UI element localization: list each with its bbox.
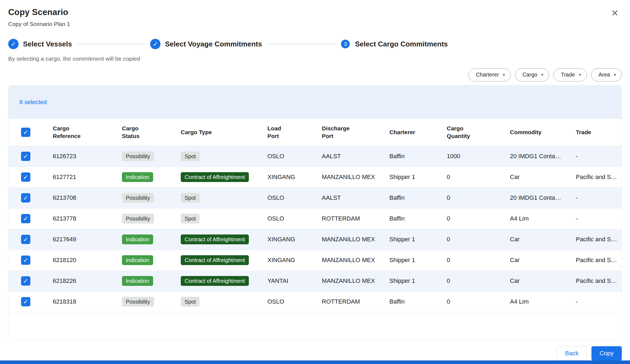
load-port-cell: OSLO — [267, 194, 322, 201]
trade-cell: - — [576, 215, 622, 222]
cargo-quantity-cell: 0 — [447, 298, 510, 305]
load-port-cell: OSLO — [267, 153, 322, 160]
cargo-quantity-cell: 0 — [447, 257, 510, 264]
filter-label: Cargo — [523, 72, 537, 78]
cargo-type-cell: Spot — [181, 297, 267, 307]
cargo-commitments-panel: 8 selected ✓Cargo ReferenceCargo StatusC… — [8, 85, 622, 341]
cargo-type-badge: Spot — [181, 214, 200, 224]
cargo-reference-cell: 6218318 — [53, 298, 122, 305]
discharge-port-cell: MANZANILLO MEX — [322, 174, 389, 181]
cargo-type-badge: Contract of Affreightment — [181, 255, 249, 265]
cargo-type-badge: Spot — [181, 297, 200, 307]
discharge-port-cell: ROTTERDAM — [322, 215, 389, 222]
step-label: Select Cargo Commitments — [355, 40, 448, 48]
cargo-status-cell: Possibility — [122, 297, 181, 307]
cargo-type-cell: Spot — [181, 193, 267, 203]
filter-area-dropdown[interactable]: Area ▾ — [591, 68, 622, 81]
page-title: Copy Scenario — [8, 7, 70, 17]
close-button[interactable]: ✕ — [609, 7, 620, 19]
cargo-type-badge: Contract of Affreightment — [181, 172, 249, 182]
cargo-status-cell: Possibility — [122, 151, 181, 161]
load-port-cell: OSLO — [267, 298, 322, 305]
cargo-status-badge: Indication — [122, 234, 153, 244]
discharge-port-cell: MANZANILLO MEX — [322, 257, 389, 264]
chevron-down-icon: ▾ — [541, 72, 543, 77]
cargo-status-badge: Indication — [122, 276, 153, 286]
row-checkbox[interactable]: ✓ — [21, 297, 30, 306]
filter-cargo-dropdown[interactable]: Cargo ▾ — [515, 68, 549, 81]
trade-cell: - — [576, 153, 622, 160]
filter-trade-dropdown[interactable]: Trade ▾ — [553, 68, 587, 81]
cargo-status-cell: Indication — [122, 234, 181, 244]
cargo-reference-cell: 6217649 — [53, 236, 122, 243]
stepper-step-2[interactable]: ✓ Select Voyage Commitments — [150, 39, 262, 49]
charterer-cell: Shipper 1 — [389, 236, 447, 243]
cargo-quantity-cell: 0 — [447, 215, 510, 222]
modal-header: Copy Scenario Copy of Scenario Plan 1 ✕ — [0, 0, 630, 27]
commodity-cell: A4 Lim — [510, 215, 576, 222]
cargo-quantity-cell: 0 — [447, 174, 510, 181]
filter-label: Area — [599, 72, 610, 78]
filter-label: Charterer — [476, 72, 499, 78]
column-header: Cargo Reference — [53, 125, 122, 140]
cargo-type-cell: Contract of Affreightment — [181, 255, 267, 265]
cargo-quantity-cell: 0 — [447, 277, 510, 284]
stepper-step-1[interactable]: ✓ Select Vessels — [8, 39, 72, 49]
commodity-cell: Car — [510, 277, 576, 284]
select-all-checkbox[interactable]: ✓ — [21, 128, 30, 137]
cargo-quantity-cell: 0 — [447, 194, 510, 201]
cargo-reference-cell: 6127721 — [53, 174, 122, 181]
cargo-type-cell: Contract of Affreightment — [181, 276, 267, 286]
row-checkbox[interactable]: ✓ — [21, 235, 30, 244]
cargo-quantity-cell: 1000 — [447, 153, 510, 160]
modal-subtitle: Copy of Scenario Plan 1 — [8, 20, 70, 27]
row-checkbox[interactable]: ✓ — [21, 193, 30, 202]
filter-bar: Charterer ▾ Cargo ▾ Trade ▾ Area ▾ — [0, 68, 630, 81]
back-button[interactable]: Back — [557, 346, 587, 360]
cargo-type-badge: Contract of Affreightment — [181, 234, 249, 244]
helper-text: By selecting a cargo, the commitment wil… — [0, 55, 630, 62]
trade-cell: Pacific and So… — [576, 174, 622, 181]
discharge-port-cell: AALST — [322, 153, 389, 160]
cargo-type-cell: Contract of Affreightment — [181, 172, 267, 182]
cargo-status-cell: Indication — [122, 276, 181, 286]
column-header: Cargo Type — [181, 128, 267, 136]
copy-button[interactable]: Copy — [591, 346, 622, 360]
commodity-cell: 20 IMDG1 Conta… — [510, 153, 576, 160]
commodity-cell: 20 IMDG1 Conta… — [510, 194, 576, 201]
column-header: Load Port — [267, 125, 322, 140]
footer-actions: Back Copy — [0, 346, 630, 360]
filter-charterer-dropdown[interactable]: Charterer ▾ — [468, 68, 511, 81]
table-row: ✓ 6213708 Possibility Spot OSLO AALST Ba… — [8, 188, 622, 209]
step-label: Select Vessels — [23, 40, 72, 48]
charterer-cell: Shipper 1 — [389, 257, 447, 264]
chevron-down-icon: ▾ — [503, 72, 505, 77]
step-label: Select Voyage Commitments — [165, 40, 262, 48]
discharge-port-cell: MANZANILLO MEX — [322, 236, 389, 243]
row-checkbox[interactable]: ✓ — [21, 276, 30, 286]
cargo-status-cell: Indication — [122, 172, 181, 182]
cargo-status-badge: Possibility — [122, 214, 154, 224]
load-port-cell: OSLO — [267, 215, 322, 222]
charterer-cell: Baffin — [389, 194, 447, 201]
commodity-cell: A4 Lim — [510, 298, 576, 305]
table-row: ✓ 6127721 Indication Contract of Affreig… — [8, 167, 622, 188]
stepper-step-3[interactable]: 3 Select Cargo Commitments — [340, 40, 448, 48]
cargo-reference-cell: 6213778 — [53, 215, 122, 222]
row-checkbox[interactable]: ✓ — [21, 172, 30, 182]
row-checkbox[interactable]: ✓ — [21, 256, 30, 265]
cargo-status-cell: Possibility — [122, 214, 181, 224]
row-checkbox[interactable]: ✓ — [21, 152, 30, 161]
stepper: ✓ Select Vessels ✓ Select Voyage Commitm… — [0, 39, 630, 49]
chevron-down-icon: ▾ — [614, 72, 616, 77]
row-checkbox[interactable]: ✓ — [21, 214, 30, 223]
column-header: Trade — [576, 128, 622, 136]
chevron-down-icon: ▾ — [579, 72, 581, 77]
trade-cell: Pacific and So… — [576, 236, 622, 243]
table-row: ✓ 6126723 Possibility Spot OSLO AALST Ba… — [8, 146, 622, 167]
cargo-status-cell: Indication — [122, 255, 181, 265]
selected-count: 8 selected — [19, 99, 47, 106]
trade-cell: Pacific and So… — [576, 257, 622, 264]
bottom-accent-bar — [0, 360, 630, 364]
cargo-reference-cell: 6218120 — [53, 257, 122, 264]
